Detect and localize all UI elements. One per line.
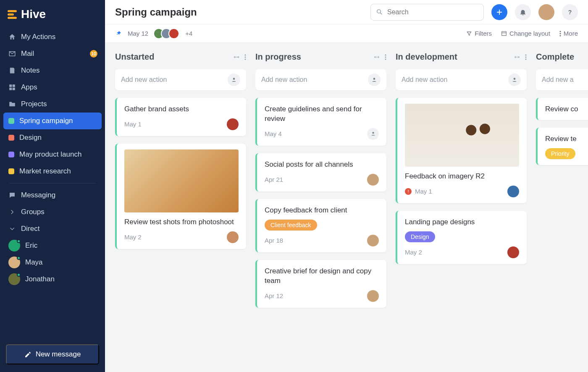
members-more-count[interactable]: +4 (185, 30, 192, 37)
resize-icon[interactable] (373, 54, 381, 60)
logo-mark-icon (8, 10, 17, 19)
sidebar-item-projects[interactable]: Projects (3, 96, 102, 113)
compose-icon (24, 351, 32, 358)
board-card[interactable]: Feedback on imagery R2 ! May 1 (396, 98, 527, 203)
bell-icon (519, 8, 527, 16)
dots-vertical-icon[interactable] (385, 54, 386, 60)
svg-rect-3 (13, 88, 15, 90)
apps-icon (8, 84, 16, 91)
plus-icon (496, 8, 503, 16)
card-tag[interactable]: Priority (545, 148, 575, 159)
board-column-in-development: In development Add new action Feedback o… (396, 52, 527, 363)
svg-rect-2 (9, 88, 12, 90)
board-card[interactable]: Social posts for all channels Apr 21 (255, 153, 386, 191)
svg-rect-0 (9, 84, 12, 87)
dots-vertical-icon (559, 31, 561, 37)
sidebar-direct-eric[interactable]: Eric (3, 237, 102, 254)
add-action-input[interactable]: Add new action (396, 69, 527, 90)
sidebar-item-label: Mail (21, 50, 34, 58)
add-button[interactable] (491, 4, 507, 20)
card-avatar[interactable] (507, 186, 519, 197)
more-button[interactable]: More (559, 30, 578, 37)
column-title: Unstarted (115, 52, 228, 62)
user-icon (370, 131, 376, 136)
search-box[interactable] (370, 4, 484, 21)
user-icon (512, 77, 517, 83)
card-title: Review test shots from photoshoot (124, 217, 239, 227)
sidebar-direct-maya[interactable]: Maya (3, 254, 102, 271)
card-avatar[interactable] (367, 290, 379, 302)
card-avatar[interactable] (367, 235, 379, 246)
card-avatar[interactable] (227, 118, 239, 130)
board-column-in-progress: In progress Add new action Create guidel… (255, 52, 386, 363)
card-date: Apr 12 (265, 292, 283, 299)
card-title: Feedback on imagery R2 (405, 172, 519, 181)
sidebar-item-mail[interactable]: Mail 10 (3, 45, 102, 62)
card-avatar[interactable] (227, 231, 239, 243)
new-message-button[interactable]: New message (6, 344, 99, 364)
board-card[interactable]: Gather brand assets May 1 (115, 98, 246, 136)
filters-button[interactable]: Filters (466, 30, 492, 37)
sidebar-item-notes[interactable]: Notes (3, 62, 102, 79)
board-card[interactable]: Review te Priority (536, 128, 588, 165)
add-action-input[interactable]: Add new action (255, 69, 386, 90)
resize-icon[interactable] (513, 54, 521, 60)
svg-rect-5 (502, 31, 507, 35)
app-logo[interactable]: Hive (0, 4, 105, 29)
add-action-input[interactable]: Add new a (536, 69, 588, 90)
column-header: Unstarted (115, 52, 246, 62)
resize-icon[interactable] (233, 54, 240, 60)
pin-icon[interactable] (115, 30, 122, 37)
sidebar-item-label: Messaging (21, 191, 55, 199)
sidebar-project-market-research[interactable]: Market research (3, 163, 102, 180)
svg-point-15 (385, 58, 386, 60)
sidebar-item-apps[interactable]: Apps (3, 79, 102, 96)
app-name: Hive (21, 8, 46, 21)
svg-point-4 (377, 10, 381, 13)
sidebar-project-may-product-launch[interactable]: May product launch (3, 146, 102, 163)
card-tag[interactable]: Design (405, 231, 435, 242)
sidebar-item-messaging[interactable]: Messaging (3, 187, 102, 204)
assign-button[interactable] (508, 73, 521, 86)
card-avatar[interactable] (367, 174, 379, 186)
sidebar-item-label: Eric (25, 241, 37, 250)
dots-vertical-icon[interactable] (525, 54, 527, 60)
sidebar-item-label: Projects (21, 100, 47, 108)
project-color-icon (8, 118, 14, 124)
assign-button[interactable] (368, 73, 381, 86)
board-column-unstarted: Unstarted Add new action Gather brand as… (115, 52, 246, 363)
assign-button[interactable] (228, 73, 240, 86)
sidebar-item-groups[interactable]: Groups (3, 204, 102, 220)
change-layout-button[interactable]: Change layout (501, 30, 550, 37)
sidebar-direct-jonathan[interactable]: Jonathan (3, 271, 102, 288)
board-card[interactable]: Review co (536, 98, 588, 120)
svg-point-8 (559, 35, 561, 36)
avatar (8, 240, 20, 251)
members-cluster[interactable] (154, 28, 179, 39)
sidebar-item-direct[interactable]: Direct (3, 220, 102, 237)
svg-point-20 (525, 58, 526, 60)
board-card[interactable]: Copy feedback from client Client feedbac… (255, 199, 386, 252)
add-action-placeholder: Add new action (261, 76, 307, 84)
sidebar-item-label: Notes (21, 66, 39, 75)
board-card[interactable]: Creative brief for design and copy team … (255, 260, 386, 308)
board-card[interactable]: Review test shots from photoshoot May 2 (115, 144, 246, 249)
sidebar-project-design[interactable]: Design (3, 129, 102, 146)
sidebar-item-my-actions[interactable]: My Actions (3, 29, 102, 45)
board-card[interactable]: Landing page designs Design May 2 (396, 211, 527, 264)
dots-vertical-icon[interactable] (244, 54, 246, 60)
sidebar-project-spring-campaign[interactable]: Spring campaign (3, 113, 102, 129)
notifications-button[interactable] (515, 4, 531, 20)
help-button[interactable]: ? (562, 4, 578, 20)
add-action-input[interactable]: Add new action (115, 69, 246, 90)
search-icon (376, 8, 383, 16)
card-date: Apr 18 (265, 237, 283, 244)
card-tag[interactable]: Client feedback (265, 220, 317, 231)
board-card[interactable]: Create guidelines and send for review Ma… (255, 98, 386, 146)
search-input[interactable] (387, 8, 478, 16)
card-avatar[interactable] (507, 246, 519, 258)
card-title: Review co (545, 105, 588, 114)
user-avatar-button[interactable] (538, 4, 554, 20)
card-title: Landing page designs (405, 217, 519, 227)
card-avatar-unassigned[interactable] (367, 128, 379, 140)
